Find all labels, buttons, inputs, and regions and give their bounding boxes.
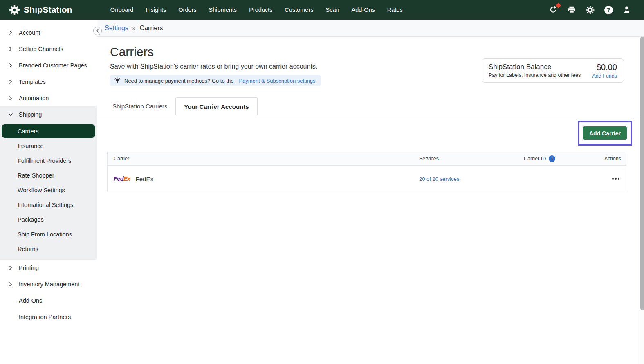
carrier-accounts-table: Carrier Services Carrier ID ! Actions Fe… [107,152,626,192]
balance-amount: $0.00 [592,63,617,72]
column-header-actions: Actions [577,156,626,162]
brand-name: ShipStation [24,5,72,15]
settings-sidebar: Account Selling Channels Branded Custome… [0,20,97,364]
chevron-right-icon [8,281,13,287]
sidebar-item-selling-channels[interactable]: Selling Channels [0,41,97,57]
nav-scan[interactable]: Scan [319,0,345,20]
gear-icon[interactable] [585,5,595,15]
sidebar-item-label: Selling Channels [19,46,63,52]
sidebar-item-fulfillment-providers[interactable]: Fulfillment Providers [0,153,97,168]
tab-your-carrier-accounts[interactable]: Your Carrier Accounts [175,97,257,115]
refresh-icon[interactable] [548,5,558,15]
nav-insights[interactable]: Insights [139,0,172,20]
nav-products[interactable]: Products [243,0,278,20]
carrier-id-info-icon[interactable]: ! [549,155,555,162]
balance-title: ShipStation Balance [489,63,581,72]
nav-shipments[interactable]: Shipments [203,0,243,20]
printer-icon[interactable] [567,5,577,15]
breadcrumb-settings-link[interactable]: Settings [105,25,128,32]
help-icon[interactable]: ? [604,5,613,15]
chevron-down-icon [8,112,13,117]
sidebar-item-label: Automation [19,95,49,101]
sidebar-collapse-button[interactable] [93,27,102,35]
topbar-icon-group: ? [548,5,644,15]
nav-onboard[interactable]: Onboard [104,0,139,20]
nav-add-ons[interactable]: Add-Ons [346,0,381,20]
sidebar-item-label: Add-Ons [19,297,42,304]
chevron-left-icon [96,29,99,33]
sidebar-item-rate-shopper[interactable]: Rate Shopper [0,168,97,183]
nav-orders[interactable]: Orders [172,0,202,20]
column-header-carrier-id: Carrier ID [524,156,546,162]
scrollbar-track [640,37,644,364]
sidebar-item-label: Templates [19,79,46,85]
shipstation-logo[interactable]: ShipStation [0,4,72,16]
chevron-right-icon [8,30,13,36]
ellipsis-icon[interactable] [611,176,620,181]
column-header-services: Services [419,156,524,162]
table-row-fedex: FedEx FedEx 20 of 20 services [108,166,626,192]
top-navigation: Onboard Insights Orders Shipments Produc… [104,0,409,20]
breadcrumb-current: Carriers [140,25,163,32]
sidebar-shipping-group: Shipping Carriers Insurance Fulfillment … [0,106,97,260]
banner-text: Need to manage payment methods? Go to th… [124,78,233,84]
sidebar-item-label: Printing [19,265,39,271]
account-icon[interactable] [622,5,632,15]
chevron-right-icon [8,46,13,52]
sidebar-item-label: Shipping [19,111,42,118]
sidebar-item-label: Integration Partners [19,314,71,320]
sidebar-item-packages[interactable]: Packages [0,212,97,227]
chevron-right-icon [8,79,13,85]
chevron-right-icon [8,95,13,101]
table-header-row: Carrier Services Carrier ID ! Actions [108,152,626,166]
sidebar-item-shipping[interactable]: Shipping [0,106,97,123]
fedex-logo: FedEx [114,175,130,182]
chevron-right-icon [8,63,13,68]
sidebar-item-label: Inventory Management [19,281,79,288]
nav-customers[interactable]: Customers [278,0,319,20]
sidebar-item-automation[interactable]: Automation [0,90,97,106]
top-bar: ShipStation Onboard Insights Orders Ship… [0,0,644,20]
help-glyph: ? [604,6,613,14]
shipstation-balance-card: ShipStation Balance Pay for Labels, Insu… [482,58,624,83]
main-layout: Account Selling Channels Branded Custome… [0,20,644,364]
annotation-highlight-box: Add Carrier [578,121,632,146]
sidebar-item-printing[interactable]: Printing [0,260,97,276]
scrollbar-thumb[interactable] [640,37,644,310]
sidebar-item-integration-partners[interactable]: Integration Partners [0,309,97,325]
breadcrumb: Settings » Carriers [97,20,644,37]
column-header-carrier: Carrier [108,156,419,162]
lightbulb-icon [114,77,121,84]
chevron-right-icon [8,265,13,271]
add-funds-link[interactable]: Add Funds [592,73,617,79]
carrier-name: FedEx [136,175,153,182]
sidebar-item-add-ons[interactable]: Add-Ons [0,292,97,309]
tab-shipstation-carriers[interactable]: ShipStation Carriers [104,97,175,115]
services-link[interactable]: 20 of 20 services [419,176,459,182]
gear-logo-icon [9,4,20,16]
sidebar-item-insurance[interactable]: Insurance [0,139,97,153]
sidebar-item-label: Account [19,29,40,36]
sidebar-item-account[interactable]: Account [0,25,97,41]
sidebar-item-carriers[interactable]: Carriers [2,124,95,138]
main-panel: Settings » Carriers Carriers Save with S… [97,20,644,364]
payment-info-banner: Need to manage payment methods? Go to th… [110,75,321,86]
sidebar-item-international-settings[interactable]: International Settings [0,198,97,212]
nav-rates[interactable]: Rates [381,0,409,20]
payment-subscription-settings-link[interactable]: Payment & Subscription settings [239,78,315,84]
carrier-tabs: ShipStation Carriers Your Carrier Accoun… [97,97,644,115]
sidebar-item-templates[interactable]: Templates [0,74,97,90]
sidebar-item-returns[interactable]: Returns [0,242,97,256]
carriers-content: Carriers Save with ShipStation's carrier… [97,37,644,364]
breadcrumb-separator: » [132,25,136,31]
balance-description: Pay for Labels, Insurance and other fees [489,72,581,78]
sidebar-item-inventory-management[interactable]: Inventory Management [0,276,97,292]
sidebar-item-branded-customer-pages[interactable]: Branded Customer Pages [0,57,97,74]
add-carrier-button[interactable]: Add Carrier [583,126,627,140]
sidebar-item-workflow-settings[interactable]: Workflow Settings [0,183,97,198]
table-toolbar: Add Carrier [110,115,644,152]
sidebar-item-label: Branded Customer Pages [19,62,87,69]
page-title: Carriers [110,45,644,59]
sidebar-item-ship-from-locations[interactable]: Ship From Locations [0,227,97,242]
